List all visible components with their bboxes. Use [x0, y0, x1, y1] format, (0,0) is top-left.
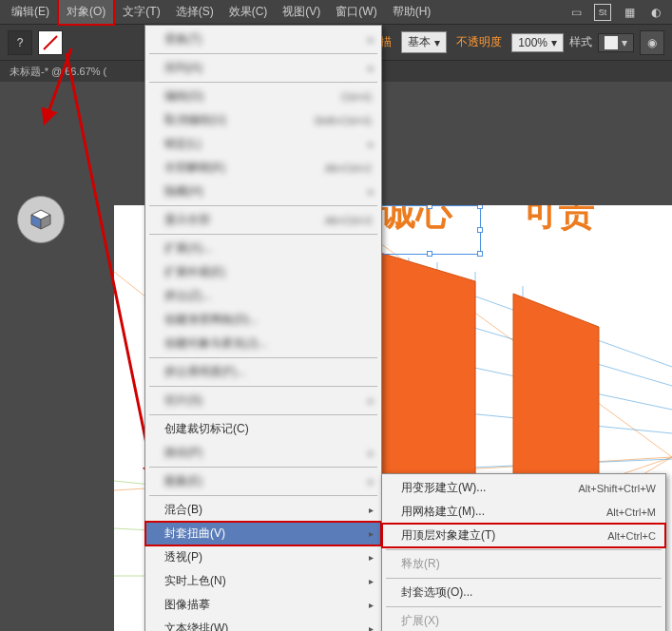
menu-effect[interactable]: 效果(C) [221, 0, 276, 24]
menu-item-obj-0[interactable]: 变换(T) [145, 28, 381, 51]
menu-item-obj-8[interactable]: 扩展(X)... [145, 237, 381, 260]
menu-item-obj-5[interactable]: 全部解锁(K)Alt+Ctrl+2 [145, 156, 381, 180]
menubar: 编辑(E) 对象(O) 文字(T) 选择(S) 效果(C) 视图(V) 窗口(W… [0, 0, 672, 25]
menu-item-obj-20[interactable]: 透视(P) [145, 545, 381, 569]
menu-object[interactable]: 对象(O) [57, 0, 115, 26]
menu-item-obj-2[interactable]: 编组(G)Ctrl+G [145, 85, 381, 108]
st-icon[interactable]: St [594, 4, 611, 21]
menu-item-obj-14[interactable]: 切片(S) [145, 389, 381, 412]
perspective-widget[interactable] [17, 196, 65, 243]
menu-edit[interactable]: 编辑(E) [4, 0, 57, 24]
opacity-field[interactable]: 100%▾ [511, 33, 564, 52]
menu-window[interactable]: 窗口(W) [328, 0, 384, 24]
selection-bbox[interactable] [378, 205, 481, 255]
menu-item-obj-9[interactable]: 扩展外观(E) [145, 260, 381, 284]
submenu-item-1[interactable]: 用网格建立(M)...Alt+Ctrl+M [382, 500, 665, 524]
menu-text[interactable]: 文字(T) [115, 0, 167, 24]
menu-item-obj-10[interactable]: 拼合(Z)... [145, 284, 381, 308]
submenu-item-0[interactable]: 用变形建立(W)...Alt+Shift+Ctrl+W [382, 476, 665, 500]
menu-item-obj-4[interactable]: 锁定(L) [145, 132, 381, 156]
menu-item-obj-7[interactable]: 显示全部Alt+Ctrl+3 [145, 208, 381, 232]
submenu-item-3[interactable]: 释放(R) [382, 552, 665, 576]
style-label: 样式 [569, 34, 592, 50]
menu-item-obj-6[interactable]: 隐藏(H) [145, 180, 381, 203]
brush-icon[interactable] [38, 30, 63, 55]
menu-item-obj-11[interactable]: 创建渐变网格(D)... [145, 308, 381, 332]
submenu-item-4[interactable]: 封套选项(O)... [382, 581, 665, 604]
envelope-submenu: 用变形建立(W)...Alt+Shift+Ctrl+W用网格建立(M)...Al… [381, 473, 666, 631]
menu-item-obj-13[interactable]: 拼合透明度(F)... [145, 360, 381, 384]
menu-view[interactable]: 视图(V) [275, 0, 328, 24]
menu-item-obj-15[interactable]: 创建裁切标记(C) [145, 417, 381, 441]
menu-item-obj-12[interactable]: 创建对象马赛克(J)... [145, 332, 381, 355]
object-menu: 变换(T)排列(A)编组(G)Ctrl+G取消编组(U)Shift+Ctrl+G… [144, 25, 382, 631]
layout-icon[interactable]: ▦ [621, 4, 638, 21]
panel-icon[interactable]: ▭ [567, 4, 585, 21]
document-title: 未标题-* @ 66.67% ( [10, 65, 106, 79]
help-icon[interactable]: ? [8, 30, 32, 55]
menu-item-obj-21[interactable]: 实时上色(N) [145, 569, 381, 593]
submenu-item-5[interactable]: 扩展(X) [382, 609, 665, 631]
basic-dropdown[interactable]: 基本▾ [401, 31, 447, 53]
menu-item-obj-17[interactable]: 图案(E) [145, 469, 381, 493]
extra-icon[interactable]: ◉ [640, 30, 664, 55]
sync-icon[interactable]: ◐ [647, 4, 664, 21]
style-dropdown[interactable]: ▾ [598, 33, 634, 52]
menu-help[interactable]: 帮助(H) [385, 0, 439, 24]
menu-item-obj-16[interactable]: 路径(P) [145, 441, 381, 465]
submenu-item-2[interactable]: 用顶层对象建立(T)Alt+Ctrl+C [382, 524, 665, 547]
menu-item-obj-18[interactable]: 混合(B) [145, 498, 381, 522]
menu-item-obj-1[interactable]: 排列(A) [145, 56, 381, 80]
menu-item-obj-19[interactable]: 封套扭曲(V) [145, 522, 381, 545]
menu-item-obj-22[interactable]: 图像描摹 [145, 593, 381, 617]
opacity-label: 不透明度 [456, 34, 502, 50]
menu-item-obj-23[interactable]: 文本绕排(W) [145, 617, 381, 631]
menu-select[interactable]: 选择(S) [168, 0, 221, 24]
menu-item-obj-3[interactable]: 取消编组(U)Shift+Ctrl+G [145, 108, 381, 132]
stroke-label: 描 [380, 34, 392, 50]
